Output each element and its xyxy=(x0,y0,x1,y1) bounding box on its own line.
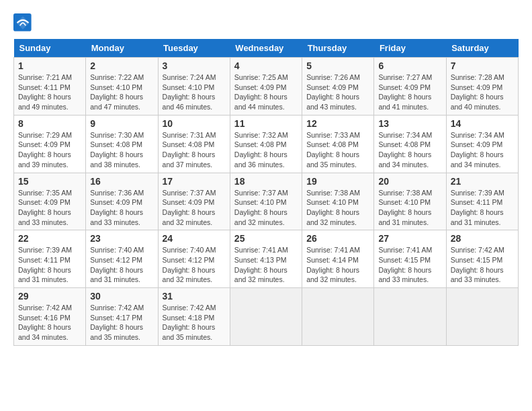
day-number: 14 xyxy=(451,118,514,129)
day-info: Sunrise: 7:33 AM Sunset: 4:08 PM Dayligh… xyxy=(306,130,369,170)
day-info: Sunrise: 7:35 AM Sunset: 4:09 PM Dayligh… xyxy=(18,188,81,228)
calendar-week-row: 22Sunrise: 7:39 AM Sunset: 4:11 PM Dayli… xyxy=(14,230,519,288)
calendar-day-cell: 19Sunrise: 7:38 AM Sunset: 4:10 PM Dayli… xyxy=(302,173,374,230)
day-info: Sunrise: 7:34 AM Sunset: 4:08 PM Dayligh… xyxy=(378,130,441,170)
calendar-day-cell: 26Sunrise: 7:41 AM Sunset: 4:14 PM Dayli… xyxy=(302,230,374,288)
day-info: Sunrise: 7:25 AM Sunset: 4:09 PM Dayligh… xyxy=(234,73,298,112)
day-number: 12 xyxy=(306,118,369,129)
day-number: 19 xyxy=(306,176,369,187)
weekday-header-cell: Wednesday xyxy=(230,39,302,58)
day-info: Sunrise: 7:21 AM Sunset: 4:11 PM Dayligh… xyxy=(18,73,81,112)
day-number: 20 xyxy=(378,176,441,187)
day-number: 4 xyxy=(234,60,298,71)
calendar-week-row: 8Sunrise: 7:29 AM Sunset: 4:09 PM Daylig… xyxy=(14,115,519,173)
calendar-day-cell xyxy=(302,288,374,346)
day-info: Sunrise: 7:42 AM Sunset: 4:15 PM Dayligh… xyxy=(451,245,514,285)
calendar-day-cell: 5Sunrise: 7:26 AM Sunset: 4:09 PM Daylig… xyxy=(302,58,374,116)
calendar-day-cell: 8Sunrise: 7:29 AM Sunset: 4:09 PM Daylig… xyxy=(14,115,86,173)
day-number: 9 xyxy=(90,118,153,129)
day-info: Sunrise: 7:30 AM Sunset: 4:08 PM Dayligh… xyxy=(90,130,153,170)
day-info: Sunrise: 7:41 AM Sunset: 4:14 PM Dayligh… xyxy=(306,245,369,285)
weekday-header-cell: Saturday xyxy=(446,39,518,58)
day-info: Sunrise: 7:37 AM Sunset: 4:10 PM Dayligh… xyxy=(234,188,298,228)
calendar-day-cell: 3Sunrise: 7:24 AM Sunset: 4:10 PM Daylig… xyxy=(158,58,230,116)
weekday-header-cell: Sunday xyxy=(14,39,86,58)
day-number: 6 xyxy=(378,60,441,71)
calendar-day-cell xyxy=(374,288,446,346)
calendar-day-cell: 1Sunrise: 7:21 AM Sunset: 4:11 PM Daylig… xyxy=(14,58,86,116)
calendar-week-row: 29Sunrise: 7:42 AM Sunset: 4:16 PM Dayli… xyxy=(14,288,519,346)
calendar-day-cell: 9Sunrise: 7:30 AM Sunset: 4:08 PM Daylig… xyxy=(86,115,158,173)
day-number: 21 xyxy=(451,176,514,187)
calendar-day-cell: 2Sunrise: 7:22 AM Sunset: 4:10 PM Daylig… xyxy=(86,58,158,116)
day-number: 1 xyxy=(18,60,81,71)
calendar-day-cell: 16Sunrise: 7:36 AM Sunset: 4:09 PM Dayli… xyxy=(86,173,158,230)
calendar-day-cell: 22Sunrise: 7:39 AM Sunset: 4:11 PM Dayli… xyxy=(14,230,86,288)
day-info: Sunrise: 7:28 AM Sunset: 4:09 PM Dayligh… xyxy=(451,73,514,112)
day-number: 10 xyxy=(163,118,226,129)
day-number: 30 xyxy=(90,291,153,302)
calendar-day-cell: 24Sunrise: 7:40 AM Sunset: 4:12 PM Dayli… xyxy=(158,230,230,288)
calendar-day-cell: 20Sunrise: 7:38 AM Sunset: 4:10 PM Dayli… xyxy=(374,173,446,230)
weekday-header-cell: Friday xyxy=(374,39,446,58)
page-header xyxy=(13,13,519,32)
calendar-day-cell: 12Sunrise: 7:33 AM Sunset: 4:08 PM Dayli… xyxy=(302,115,374,173)
day-info: Sunrise: 7:31 AM Sunset: 4:08 PM Dayligh… xyxy=(163,130,226,170)
day-number: 7 xyxy=(451,60,514,71)
day-info: Sunrise: 7:42 AM Sunset: 4:16 PM Dayligh… xyxy=(18,303,81,342)
calendar-day-cell: 23Sunrise: 7:40 AM Sunset: 4:12 PM Dayli… xyxy=(86,230,158,288)
day-number: 5 xyxy=(306,60,369,71)
day-number: 26 xyxy=(306,233,369,244)
calendar-day-cell: 13Sunrise: 7:34 AM Sunset: 4:08 PM Dayli… xyxy=(374,115,446,173)
calendar-day-cell: 7Sunrise: 7:28 AM Sunset: 4:09 PM Daylig… xyxy=(446,58,518,116)
day-info: Sunrise: 7:29 AM Sunset: 4:09 PM Dayligh… xyxy=(18,130,81,170)
day-info: Sunrise: 7:41 AM Sunset: 4:15 PM Dayligh… xyxy=(378,245,441,285)
day-number: 8 xyxy=(18,118,81,129)
day-info: Sunrise: 7:22 AM Sunset: 4:10 PM Dayligh… xyxy=(90,73,153,112)
day-number: 31 xyxy=(163,291,226,302)
calendar-table: SundayMondayTuesdayWednesdayThursdayFrid… xyxy=(13,39,519,346)
day-number: 17 xyxy=(163,176,226,187)
calendar-day-cell: 21Sunrise: 7:39 AM Sunset: 4:11 PM Dayli… xyxy=(446,173,518,230)
day-number: 23 xyxy=(90,233,153,244)
day-info: Sunrise: 7:32 AM Sunset: 4:08 PM Dayligh… xyxy=(234,130,298,170)
day-info: Sunrise: 7:39 AM Sunset: 4:11 PM Dayligh… xyxy=(18,245,81,285)
day-number: 16 xyxy=(90,176,153,187)
calendar-day-cell: 31Sunrise: 7:42 AM Sunset: 4:18 PM Dayli… xyxy=(158,288,230,346)
day-info: Sunrise: 7:42 AM Sunset: 4:18 PM Dayligh… xyxy=(163,303,226,342)
day-info: Sunrise: 7:40 AM Sunset: 4:12 PM Dayligh… xyxy=(163,245,226,285)
calendar-day-cell: 6Sunrise: 7:27 AM Sunset: 4:09 PM Daylig… xyxy=(374,58,446,116)
day-number: 15 xyxy=(18,176,81,187)
calendar-day-cell: 18Sunrise: 7:37 AM Sunset: 4:10 PM Dayli… xyxy=(230,173,302,230)
day-number: 3 xyxy=(163,60,226,71)
calendar-day-cell xyxy=(230,288,302,346)
day-number: 13 xyxy=(378,118,441,129)
day-number: 29 xyxy=(18,291,81,302)
calendar-day-cell: 28Sunrise: 7:42 AM Sunset: 4:15 PM Dayli… xyxy=(446,230,518,288)
calendar-day-cell: 30Sunrise: 7:42 AM Sunset: 4:17 PM Dayli… xyxy=(86,288,158,346)
day-number: 18 xyxy=(234,176,298,187)
day-info: Sunrise: 7:42 AM Sunset: 4:17 PM Dayligh… xyxy=(90,303,153,342)
day-info: Sunrise: 7:36 AM Sunset: 4:09 PM Dayligh… xyxy=(90,188,153,228)
day-number: 24 xyxy=(163,233,226,244)
day-info: Sunrise: 7:37 AM Sunset: 4:09 PM Dayligh… xyxy=(163,188,226,228)
day-info: Sunrise: 7:40 AM Sunset: 4:12 PM Dayligh… xyxy=(90,245,153,285)
calendar-day-cell: 29Sunrise: 7:42 AM Sunset: 4:16 PM Dayli… xyxy=(14,288,86,346)
day-info: Sunrise: 7:39 AM Sunset: 4:11 PM Dayligh… xyxy=(451,188,514,228)
calendar-body: 1Sunrise: 7:21 AM Sunset: 4:11 PM Daylig… xyxy=(14,58,519,346)
day-number: 11 xyxy=(234,118,298,129)
calendar-day-cell: 17Sunrise: 7:37 AM Sunset: 4:09 PM Dayli… xyxy=(158,173,230,230)
day-info: Sunrise: 7:38 AM Sunset: 4:10 PM Dayligh… xyxy=(306,188,369,228)
calendar-week-row: 1Sunrise: 7:21 AM Sunset: 4:11 PM Daylig… xyxy=(14,58,519,116)
calendar-day-cell: 14Sunrise: 7:34 AM Sunset: 4:09 PM Dayli… xyxy=(446,115,518,173)
calendar-day-cell: 11Sunrise: 7:32 AM Sunset: 4:08 PM Dayli… xyxy=(230,115,302,173)
calendar-week-row: 15Sunrise: 7:35 AM Sunset: 4:09 PM Dayli… xyxy=(14,173,519,230)
calendar-day-cell: 27Sunrise: 7:41 AM Sunset: 4:15 PM Dayli… xyxy=(374,230,446,288)
day-number: 22 xyxy=(18,233,81,244)
day-info: Sunrise: 7:24 AM Sunset: 4:10 PM Dayligh… xyxy=(163,73,226,112)
calendar-day-cell: 10Sunrise: 7:31 AM Sunset: 4:08 PM Dayli… xyxy=(158,115,230,173)
day-number: 25 xyxy=(234,233,298,244)
calendar-day-cell: 4Sunrise: 7:25 AM Sunset: 4:09 PM Daylig… xyxy=(230,58,302,116)
weekday-header-cell: Monday xyxy=(86,39,158,58)
logo xyxy=(13,13,35,32)
